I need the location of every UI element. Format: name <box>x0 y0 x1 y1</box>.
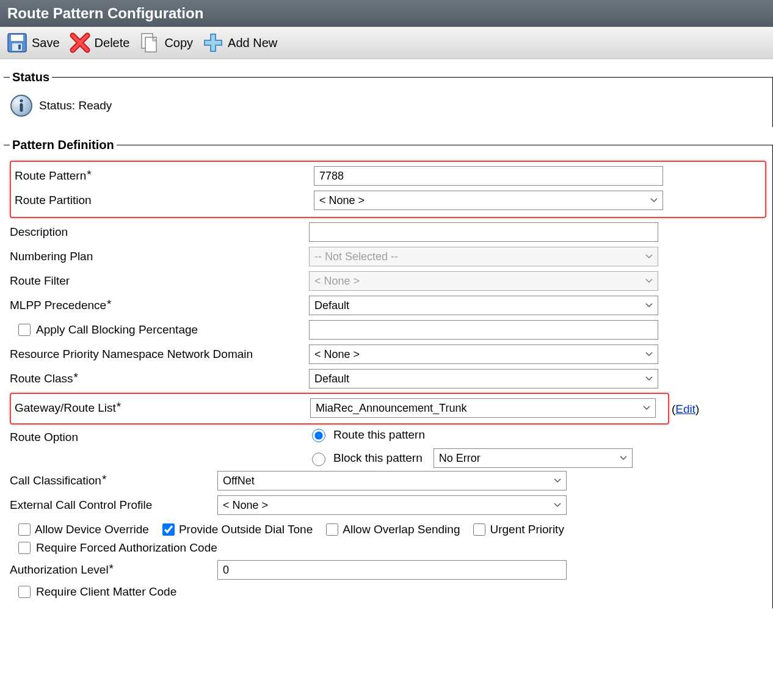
require-cmc-label: Require Client Matter Code <box>36 585 176 599</box>
block-error-select[interactable]: No Error <box>434 448 633 468</box>
auth-level-input[interactable] <box>217 560 567 580</box>
gateway-label: Gateway/Route List <box>15 401 116 414</box>
status-fieldset: Status Status: Ready <box>4 70 773 127</box>
auth-level-label: Authorization Level <box>10 563 109 576</box>
delete-icon <box>69 32 91 54</box>
route-pattern-label: Route Pattern <box>15 169 86 182</box>
urgent-priority-label: Urgent Priority <box>490 523 564 536</box>
info-icon <box>10 94 33 117</box>
save-icon <box>6 32 28 54</box>
call-classification-select[interactable]: OffNet <box>217 471 567 490</box>
provide-outside-dial-checkbox[interactable] <box>162 523 175 536</box>
delete-label: Delete <box>95 36 130 50</box>
copy-icon <box>139 32 161 54</box>
mlpp-label: MLPP Precedence <box>10 299 106 312</box>
save-button[interactable]: Save <box>6 32 60 54</box>
gateway-select[interactable]: MiaRec_Announcement_Trunk <box>310 398 656 418</box>
route-option-route-label: Route this pattern <box>333 428 425 442</box>
svg-rect-3 <box>18 45 21 49</box>
route-option-block-radio[interactable] <box>312 453 325 466</box>
provide-outside-dial-label: Provide Outside Dial Tone <box>179 523 313 536</box>
page-header: Route Pattern Configuration <box>0 0 773 27</box>
require-fac-label: Require Forced Authorization Code <box>36 541 217 555</box>
mlpp-select[interactable]: Default <box>309 296 658 315</box>
rpnnd-select[interactable]: < None > <box>309 345 658 364</box>
required-mark: * <box>74 371 78 384</box>
route-filter-label: Route Filter <box>10 274 70 287</box>
allow-device-override-label: Allow Device Override <box>35 523 149 536</box>
require-fac-checkbox[interactable] <box>18 542 31 554</box>
highlight-route-pattern: Route Pattern* Route Partition < None > <box>10 161 766 218</box>
required-mark: * <box>117 400 121 413</box>
require-cmc-checkbox[interactable] <box>18 586 31 598</box>
toolbar: Save Delete Copy Add New <box>0 27 773 59</box>
route-partition-label: Route Partition <box>15 194 92 206</box>
svg-point-7 <box>20 100 23 103</box>
allow-overlap-checkbox[interactable] <box>326 523 338 536</box>
eccp-select[interactable]: < None > <box>217 495 567 515</box>
addnew-button[interactable]: Add New <box>202 32 277 54</box>
apply-call-blocking-checkbox[interactable] <box>18 324 31 336</box>
svg-rect-8 <box>20 103 23 112</box>
route-class-select[interactable]: Default <box>309 369 658 388</box>
numbering-plan-select[interactable]: -- Not Selected -- <box>309 247 658 266</box>
svg-rect-1 <box>11 35 23 41</box>
edit-link[interactable]: Edit <box>675 403 695 416</box>
pattern-legend: Pattern Definition <box>10 138 117 152</box>
status-text: Status: Ready <box>39 99 112 112</box>
description-label: Description <box>10 225 68 238</box>
description-input[interactable] <box>309 222 658 242</box>
route-filter-select[interactable]: < None > <box>309 271 658 291</box>
plus-icon <box>202 32 224 54</box>
required-mark: * <box>109 562 114 575</box>
route-option-block-label: Block this pattern <box>333 451 423 465</box>
eccp-label: External Call Control Profile <box>10 498 152 511</box>
apply-call-blocking-label: Apply Call Blocking Percentage <box>36 323 198 337</box>
rpnnd-label: Resource Priority Namespace Network Doma… <box>10 348 253 360</box>
required-mark: * <box>102 473 106 486</box>
addnew-label: Add New <box>228 36 277 50</box>
delete-button[interactable]: Delete <box>69 32 130 54</box>
allow-device-override-checkbox[interactable] <box>18 523 31 536</box>
save-label: Save <box>32 36 60 50</box>
status-legend: Status <box>10 70 52 84</box>
required-mark: * <box>87 168 91 181</box>
route-option-route-radio[interactable] <box>312 429 325 442</box>
route-partition-select[interactable]: < None > <box>314 191 663 210</box>
urgent-priority-checkbox[interactable] <box>473 523 485 536</box>
pattern-definition-fieldset: Pattern Definition Route Pattern* Route … <box>4 138 773 608</box>
copy-label: Copy <box>164 36 193 50</box>
highlight-gateway: Gateway/Route List* MiaRec_Announcement_… <box>10 393 669 425</box>
route-option-label: Route Option <box>10 431 78 443</box>
call-classification-label: Call Classification <box>10 474 101 487</box>
route-class-label: Route Class <box>10 372 73 385</box>
copy-button[interactable]: Copy <box>139 32 193 54</box>
allow-overlap-label: Allow Overlap Sending <box>343 523 460 536</box>
apply-call-blocking-input <box>309 320 658 340</box>
route-pattern-input[interactable] <box>314 166 663 186</box>
page-title: Route Pattern Configuration <box>7 5 203 21</box>
required-mark: * <box>107 297 111 310</box>
numbering-plan-label: Numbering Plan <box>10 250 93 263</box>
